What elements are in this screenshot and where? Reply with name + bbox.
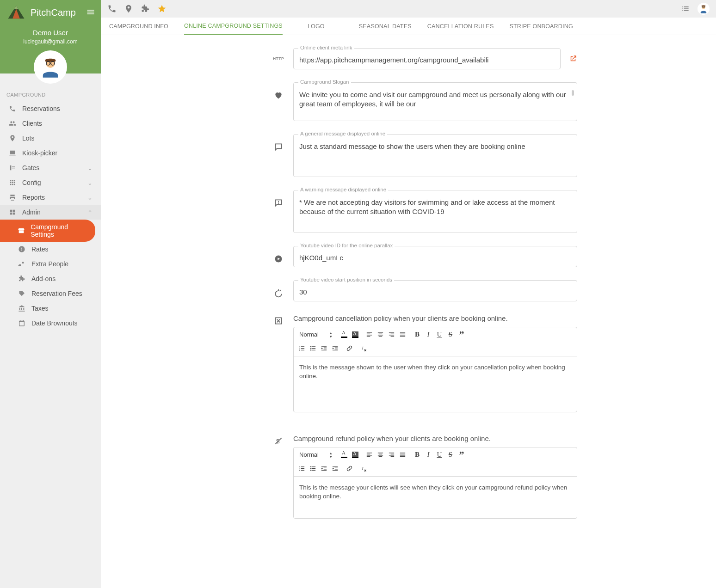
cancellation-policy-body[interactable]: This is the message shown to the user wh…: [294, 356, 577, 412]
subnav-extra-people[interactable]: Extra People: [0, 257, 101, 271]
align-justify-button[interactable]: [399, 331, 407, 339]
blockquote-button[interactable]: [457, 451, 466, 459]
italic-button[interactable]: I: [424, 331, 432, 339]
align-right-button[interactable]: [388, 451, 396, 459]
text-color-button[interactable]: [340, 331, 348, 339]
star-icon[interactable]: [157, 4, 167, 13]
subnav-date-brownouts[interactable]: Date Brownouts: [0, 316, 101, 331]
nav-label: Reports: [22, 194, 45, 201]
refund-policy-label: Campground refund policy when your clien…: [293, 435, 577, 442]
outdent-button[interactable]: [320, 344, 328, 353]
field-label: Online client meta link: [298, 45, 354, 50]
align-left-button[interactable]: [365, 331, 374, 339]
subnav-taxes[interactable]: Taxes: [0, 301, 101, 316]
align-left-button[interactable]: [365, 451, 374, 459]
ordered-list-button[interactable]: 123: [297, 344, 306, 353]
align-justify-button[interactable]: [399, 451, 407, 459]
ordered-list-button[interactable]: 123: [297, 465, 306, 473]
subnav-label: Taxes: [31, 305, 49, 312]
nav-label: Config: [22, 179, 41, 186]
indent-button[interactable]: [331, 344, 339, 353]
scrollbar-thumb[interactable]: [572, 90, 574, 96]
field-label: Campground Slogan: [298, 79, 351, 85]
tab-online-settings[interactable]: ONLINE CAMPGROUND SETTINGS: [184, 18, 283, 35]
bold-button[interactable]: B: [413, 331, 421, 339]
bg-color-button[interactable]: [351, 331, 359, 339]
align-center-button[interactable]: [377, 331, 385, 339]
nav-gates[interactable]: Gates ⌄: [0, 160, 101, 175]
list-icon[interactable]: [681, 4, 690, 13]
menu-toggle-icon[interactable]: [86, 7, 95, 18]
nav-clients[interactable]: Clients: [0, 116, 101, 131]
nav-reports[interactable]: Reports ⌄: [0, 190, 101, 205]
brand-logo: [6, 5, 26, 20]
extension-icon[interactable]: [141, 4, 150, 13]
text-color-button[interactable]: [340, 451, 348, 459]
subnav-reservation-fees[interactable]: Reservation Fees: [0, 286, 101, 301]
heading-picker[interactable]: Normal▴▾: [297, 330, 334, 339]
people-icon: [8, 120, 17, 127]
subnav-addons[interactable]: Add-ons: [0, 271, 101, 286]
user-avatar[interactable]: [35, 51, 66, 83]
link-button[interactable]: [345, 344, 353, 353]
italic-button[interactable]: I: [424, 451, 432, 459]
subnav-campground-settings[interactable]: Campground Settings: [0, 220, 95, 242]
underline-button[interactable]: U: [435, 331, 444, 339]
tab-stripe-onboarding[interactable]: STRIPE ONBOARDING: [509, 18, 573, 34]
outdent-button[interactable]: [320, 465, 328, 473]
editor-toolbar: Normal▴▾ B I U: [294, 447, 577, 477]
nav-lots[interactable]: Lots: [0, 131, 101, 146]
warning-message-input[interactable]: * We are not accepting day visitors for …: [299, 198, 571, 226]
phone-icon[interactable]: [107, 4, 117, 13]
align-center-button[interactable]: [377, 451, 385, 459]
rates-icon: [18, 245, 26, 253]
refund-policy-editor: Normal▴▾ B I U: [293, 447, 577, 519]
subnav-rates[interactable]: Rates: [0, 242, 101, 257]
youtube-id-input[interactable]: [299, 254, 571, 262]
refund-policy-body[interactable]: This is the message your clients will se…: [294, 477, 577, 518]
link-button[interactable]: [345, 465, 353, 473]
bullet-list-button[interactable]: [309, 344, 317, 353]
clear-format-button[interactable]: T: [359, 465, 368, 473]
nav-config[interactable]: Config ⌄: [0, 175, 101, 190]
open-link-icon[interactable]: [569, 48, 577, 65]
subnav-label: Add-ons: [31, 275, 56, 282]
tab-seasonal-dates[interactable]: SEASONAL DATES: [359, 18, 412, 34]
clear-format-button[interactable]: T: [359, 344, 368, 353]
slogan-input[interactable]: We invite you to come and visit our camp…: [299, 90, 571, 109]
align-right-button[interactable]: [388, 331, 396, 339]
nav-kiosk[interactable]: Kiosk-picker: [0, 146, 101, 160]
tab-campground-info[interactable]: CAMPGROUND INFO: [109, 18, 168, 34]
strikethrough-button[interactable]: S: [446, 331, 455, 339]
user-email: luclegault@gmail.com: [6, 38, 94, 45]
admin-submenu: Campground Settings Rates Extra People A…: [0, 220, 101, 331]
bg-color-button[interactable]: [351, 451, 359, 459]
bullet-list-button[interactable]: [309, 465, 317, 473]
people-icon: [18, 260, 26, 268]
meta-link-input[interactable]: [299, 56, 555, 64]
heading-picker[interactable]: Normal▴▾: [297, 450, 334, 459]
tab-cancellation-rules[interactable]: CANCELLATION RULES: [427, 18, 494, 34]
topbar: [101, 0, 716, 18]
general-message-input[interactable]: Just a standard message to show the user…: [299, 142, 571, 170]
youtube-start-input[interactable]: [299, 288, 571, 296]
http-icon: HTTP: [272, 48, 285, 61]
nav-label: Admin: [22, 208, 41, 216]
underline-button[interactable]: U: [435, 451, 444, 459]
topbar-avatar[interactable]: [697, 3, 710, 15]
bank-icon: [18, 305, 26, 312]
calendar-icon: [18, 319, 26, 327]
blockquote-button[interactable]: [457, 331, 466, 339]
bold-button[interactable]: B: [413, 451, 421, 459]
heart-icon: [272, 82, 285, 100]
location-icon[interactable]: [124, 4, 133, 13]
tab-logo[interactable]: LOGO: [308, 18, 325, 34]
nav-reservations[interactable]: Reservations: [0, 101, 101, 116]
subnav-label: Campground Settings: [31, 223, 87, 238]
nav-label: Reservations: [22, 105, 60, 112]
indent-button[interactable]: [331, 465, 339, 473]
nav-admin[interactable]: Admin ⌄: [0, 205, 101, 220]
field-label: A general message displayed online: [298, 131, 387, 136]
chat-icon: [272, 134, 285, 152]
strikethrough-button[interactable]: S: [446, 451, 455, 459]
